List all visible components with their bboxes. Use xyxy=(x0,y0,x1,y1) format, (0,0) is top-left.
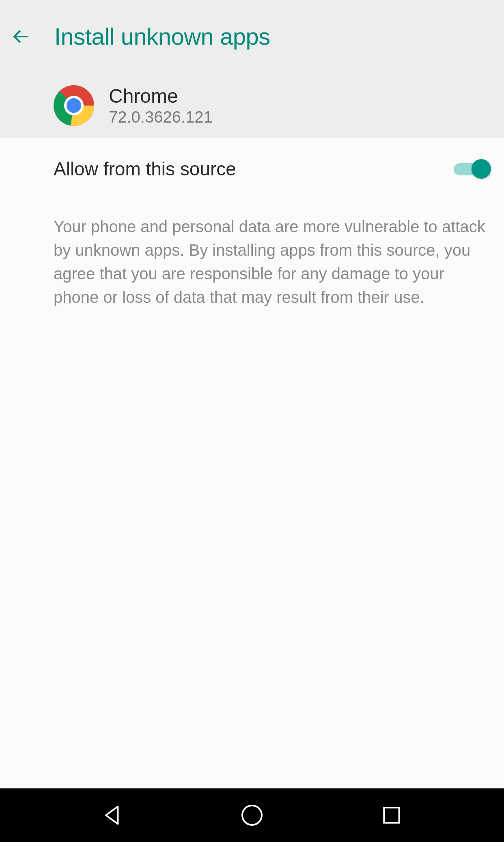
settings-screen: Install unknown apps xyxy=(0,0,504,842)
appbar: Install unknown apps xyxy=(0,0,504,50)
header-zone: Install unknown apps xyxy=(0,0,504,138)
svg-point-5 xyxy=(67,98,81,113)
app-text: Chrome 72.0.3626.121 xyxy=(109,85,213,126)
allow-source-label: Allow from this source xyxy=(54,158,236,180)
app-name: Chrome xyxy=(109,85,213,107)
allow-source-switch[interactable] xyxy=(454,158,489,179)
system-navbar xyxy=(0,788,504,842)
chrome-icon xyxy=(54,85,94,126)
nav-back-button[interactable] xyxy=(99,802,125,828)
content-area: Allow from this source Your phone and pe… xyxy=(0,138,504,788)
nav-home-button[interactable] xyxy=(239,802,265,828)
warning-text: Your phone and personal data are more vu… xyxy=(54,215,489,309)
page-title: Install unknown apps xyxy=(54,23,270,50)
allow-source-row[interactable]: Allow from this source xyxy=(54,158,489,180)
nav-recents-button[interactable] xyxy=(379,802,405,828)
app-version: 72.0.3626.121 xyxy=(109,108,213,126)
app-info-row: Chrome 72.0.3626.121 xyxy=(0,50,504,126)
switch-thumb xyxy=(472,159,491,179)
svg-point-6 xyxy=(242,805,262,825)
svg-rect-7 xyxy=(384,807,399,823)
back-icon[interactable] xyxy=(11,28,29,45)
svg-rect-3 xyxy=(66,85,94,98)
